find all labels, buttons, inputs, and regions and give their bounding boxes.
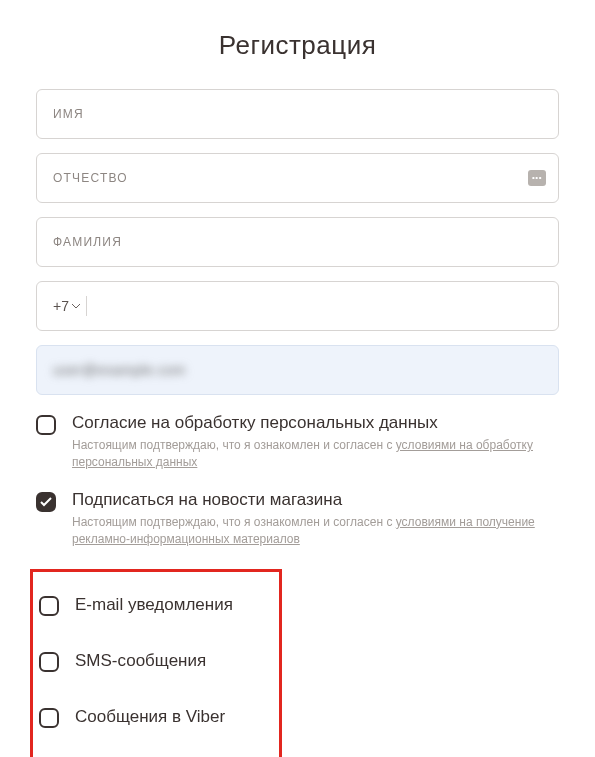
consent-personal-data-title: Согласие на обработку персональных данны…	[72, 413, 559, 433]
channel-viber-label: Сообщения в Viber	[75, 707, 225, 727]
phone-country-prefix[interactable]: +7	[53, 298, 80, 314]
first-name-input[interactable]	[53, 107, 542, 121]
email-field[interactable]: user@example.com	[36, 345, 559, 395]
password-manager-icon[interactable]	[528, 170, 546, 186]
channel-whatsapp: Сообщения в WhatsApp	[39, 752, 273, 757]
consent-personal-data-sub: Настоящим подтверждаю, что я ознакомлен …	[72, 437, 559, 472]
channel-sms-checkbox[interactable]	[39, 652, 59, 672]
phone-field[interactable]: +7	[36, 281, 559, 331]
last-name-input[interactable]	[53, 235, 542, 249]
consent-sub-prefix: Настоящим подтверждаю, что я ознакомлен …	[72, 438, 396, 452]
consent-sub-prefix: Настоящим подтверждаю, что я ознакомлен …	[72, 515, 396, 529]
patronymic-field[interactable]	[36, 153, 559, 203]
notification-channels-box: E-mail уведомления SMS-сообщения Сообщен…	[30, 569, 282, 757]
consent-personal-data: Согласие на обработку персональных данны…	[36, 413, 559, 472]
channel-sms: SMS-сообщения	[39, 640, 273, 682]
channel-email-label: E-mail уведомления	[75, 595, 233, 615]
channel-email: E-mail уведомления	[39, 584, 273, 626]
first-name-field[interactable]	[36, 89, 559, 139]
channel-viber-checkbox[interactable]	[39, 708, 59, 728]
consent-newsletter-checkbox[interactable]	[36, 492, 56, 512]
channel-sms-label: SMS-сообщения	[75, 651, 206, 671]
channel-viber: Сообщения в Viber	[39, 696, 273, 738]
patronymic-input[interactable]	[53, 171, 542, 185]
chevron-down-icon	[72, 304, 80, 309]
page-title: Регистрация	[36, 30, 559, 61]
phone-separator	[86, 296, 87, 316]
phone-input[interactable]	[95, 298, 542, 314]
email-value: user@example.com	[53, 362, 186, 378]
consent-newsletter: Подписаться на новости магазина Настоящи…	[36, 490, 559, 549]
consent-newsletter-title: Подписаться на новости магазина	[72, 490, 559, 510]
consent-newsletter-sub: Настоящим подтверждаю, что я ознакомлен …	[72, 514, 559, 549]
last-name-field[interactable]	[36, 217, 559, 267]
channel-email-checkbox[interactable]	[39, 596, 59, 616]
consent-personal-data-checkbox[interactable]	[36, 415, 56, 435]
phone-prefix-text: +7	[53, 298, 69, 314]
